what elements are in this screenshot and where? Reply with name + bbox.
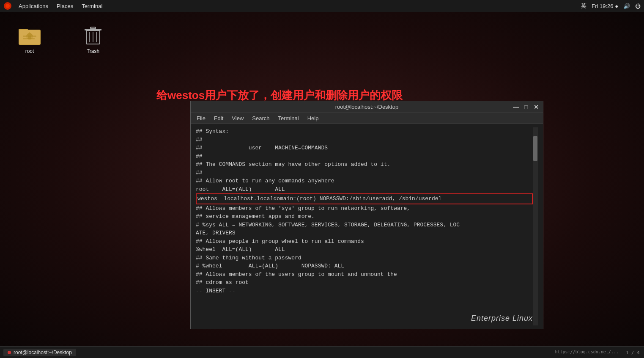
tmenu-terminal[interactable]: Terminal <box>275 114 302 122</box>
maximize-button[interactable]: □ <box>523 104 529 110</box>
minimize-button[interactable]: — <box>512 104 519 110</box>
window-controls: — □ ✕ <box>512 104 540 110</box>
enterprise-linux-branding: Enterprise Linux <box>471 314 533 323</box>
desktop-icon-root[interactable]: root <box>13 25 47 54</box>
folder-icon <box>19 25 41 47</box>
svg-rect-15 <box>90 27 96 29</box>
taskbar-terminal-item[interactable]: root@localhost:~/Desktop <box>3 349 76 356</box>
menubar-left: Applications Places Terminal <box>3 2 106 10</box>
os-logo-icon <box>3 2 12 10</box>
terminal-menubar: File Edit View Search Terminal Help <box>191 113 543 124</box>
svg-point-1 <box>5 4 10 8</box>
close-button[interactable]: ✕ <box>533 104 540 110</box>
taskbar: root@localhost:~/Desktop https://blog.cs… <box>0 346 644 358</box>
terminal-window: root@localhost:~/Desktop — □ ✕ File Edit… <box>190 101 543 329</box>
tmenu-search[interactable]: Search <box>249 114 273 122</box>
tmenu-help[interactable]: Help <box>304 114 322 122</box>
svg-rect-9 <box>28 36 31 39</box>
menubar-volume-icon[interactable]: 🔊 <box>623 3 630 9</box>
terminal-body: ## Syntax:#### user MACHINE=COMMANDS####… <box>191 124 543 329</box>
tmenu-file[interactable]: File <box>193 114 209 122</box>
menubar-lang[interactable]: 英 <box>581 2 586 10</box>
desktop: root Trash 给westos用户下放了，创建用户和删除用户的权限 roo <box>0 12 644 346</box>
page-number: 1 / 4 <box>626 350 640 356</box>
enterprise-text: Enterprise Linux <box>471 314 533 322</box>
tmenu-edit[interactable]: Edit <box>211 114 227 122</box>
menubar-places[interactable]: Places <box>53 2 77 10</box>
taskbar-indicator-dot <box>8 351 11 354</box>
menubar-clock: Fri 19:26 ● <box>592 3 618 9</box>
terminal-title: root@localhost:~/Desktop <box>335 104 398 110</box>
desktop-icon-trash[interactable]: Trash <box>76 25 110 54</box>
terminal-scrollbar[interactable] <box>533 127 538 325</box>
menubar-terminal[interactable]: Terminal <box>78 2 106 10</box>
terminal-content[interactable]: ## Syntax:#### user MACHINE=COMMANDS####… <box>196 127 533 325</box>
terminal-titlebar: root@localhost:~/Desktop — □ ✕ <box>191 101 543 113</box>
taskbar-item-label: root@localhost:~/Desktop <box>14 350 72 355</box>
trash-icon-label: Trash <box>87 48 99 54</box>
url-indicator: https://blog.csdn.net/... <box>555 350 619 354</box>
root-icon-label: root <box>25 48 34 54</box>
menubar-right: 英 Fri 19:26 ● 🔊 ⏻ <box>581 2 641 10</box>
tmenu-view[interactable]: View <box>228 114 247 122</box>
top-menubar: Applications Places Terminal 英 Fri 19:26… <box>0 0 644 12</box>
scrollbar-thumb[interactable] <box>533 136 537 161</box>
menubar-power-icon[interactable]: ⏻ <box>635 3 641 9</box>
trash-icon <box>82 25 104 47</box>
menubar-applications[interactable]: Applications <box>15 2 52 10</box>
